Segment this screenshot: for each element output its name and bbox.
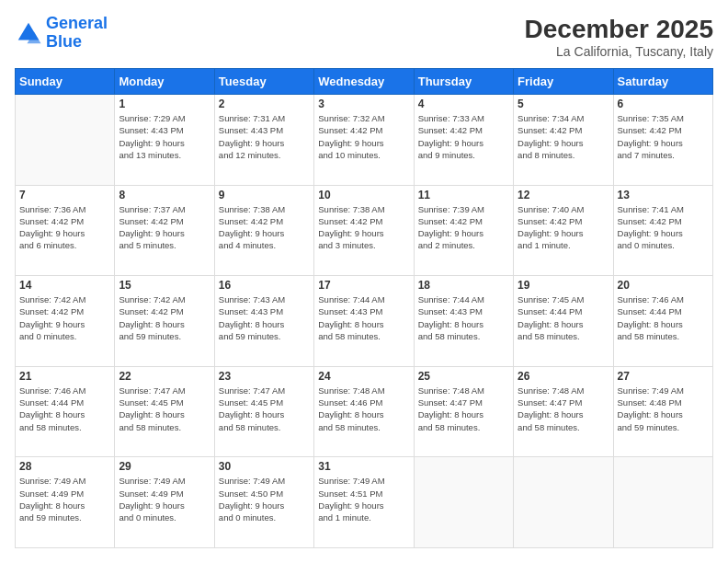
- day-info: Sunrise: 7:49 AMSunset: 4:49 PMDaylight:…: [119, 475, 210, 523]
- day-cell: 7Sunrise: 7:36 AMSunset: 4:42 PMDaylight…: [16, 185, 115, 276]
- day-info: Sunrise: 7:40 AMSunset: 4:42 PMDaylight:…: [518, 203, 609, 252]
- day-info: Sunrise: 7:46 AMSunset: 4:44 PMDaylight:…: [618, 293, 709, 342]
- day-number: 23: [219, 370, 310, 383]
- day-number: 16: [219, 279, 310, 292]
- day-number: 25: [418, 370, 509, 383]
- calendar-body: 1Sunrise: 7:29 AMSunset: 4:43 PMDaylight…: [16, 95, 713, 548]
- weekday-header-saturday: Saturday: [613, 69, 712, 95]
- day-info: Sunrise: 7:31 AMSunset: 4:43 PMDaylight:…: [219, 112, 310, 161]
- day-number: 13: [618, 189, 709, 201]
- day-cell: 3Sunrise: 7:32 AMSunset: 4:42 PMDaylight…: [314, 95, 414, 186]
- day-cell: 29Sunrise: 7:49 AMSunset: 4:49 PMDayligh…: [115, 457, 214, 548]
- weekday-header-monday: Monday: [115, 69, 214, 95]
- day-number: 15: [119, 279, 210, 292]
- day-info: Sunrise: 7:35 AMSunset: 4:42 PMDaylight:…: [618, 112, 709, 161]
- day-cell: 13Sunrise: 7:41 AMSunset: 4:42 PMDayligh…: [613, 185, 712, 276]
- day-cell: 23Sunrise: 7:47 AMSunset: 4:45 PMDayligh…: [214, 366, 313, 457]
- day-cell: 18Sunrise: 7:44 AMSunset: 4:43 PMDayligh…: [414, 276, 513, 367]
- day-cell: 22Sunrise: 7:47 AMSunset: 4:45 PMDayligh…: [115, 366, 214, 457]
- logo: General Blue: [15, 15, 108, 52]
- day-info: Sunrise: 7:32 AMSunset: 4:42 PMDaylight:…: [318, 112, 409, 161]
- day-number: 11: [418, 189, 509, 201]
- day-cell: 28Sunrise: 7:49 AMSunset: 4:49 PMDayligh…: [16, 457, 115, 548]
- day-cell: 6Sunrise: 7:35 AMSunset: 4:42 PMDaylight…: [613, 95, 712, 186]
- calendar: SundayMondayTuesdayWednesdayThursdayFrid…: [15, 68, 713, 548]
- day-number: 26: [518, 370, 609, 383]
- calendar-subtitle: La California, Tuscany, Italy: [525, 44, 713, 59]
- weekday-header-sunday: Sunday: [16, 69, 115, 95]
- day-info: Sunrise: 7:48 AMSunset: 4:47 PMDaylight:…: [518, 385, 609, 433]
- day-info: Sunrise: 7:49 AMSunset: 4:48 PMDaylight:…: [618, 385, 709, 433]
- day-number: 24: [318, 370, 409, 383]
- day-info: Sunrise: 7:43 AMSunset: 4:43 PMDaylight:…: [219, 293, 310, 342]
- week-row-1: 7Sunrise: 7:36 AMSunset: 4:42 PMDaylight…: [16, 185, 713, 276]
- day-cell: [613, 457, 712, 548]
- day-number: 9: [219, 189, 310, 201]
- day-cell: [414, 457, 513, 548]
- day-info: Sunrise: 7:38 AMSunset: 4:42 PMDaylight:…: [318, 203, 409, 252]
- day-number: 3: [318, 98, 409, 110]
- day-number: 2: [219, 98, 310, 110]
- day-cell: 11Sunrise: 7:39 AMSunset: 4:42 PMDayligh…: [414, 185, 513, 276]
- day-number: 1: [119, 98, 210, 110]
- weekday-header-tuesday: Tuesday: [214, 69, 313, 95]
- day-info: Sunrise: 7:44 AMSunset: 4:43 PMDaylight:…: [318, 293, 409, 342]
- day-info: Sunrise: 7:33 AMSunset: 4:42 PMDaylight:…: [418, 112, 509, 161]
- day-info: Sunrise: 7:29 AMSunset: 4:43 PMDaylight:…: [119, 112, 210, 161]
- day-number: 17: [318, 279, 409, 292]
- day-info: Sunrise: 7:49 AMSunset: 4:50 PMDaylight:…: [219, 475, 310, 523]
- day-cell: 9Sunrise: 7:38 AMSunset: 4:42 PMDaylight…: [214, 185, 313, 276]
- day-cell: 26Sunrise: 7:48 AMSunset: 4:47 PMDayligh…: [514, 366, 613, 457]
- day-number: 19: [518, 279, 609, 292]
- calendar-title: December 2025: [525, 15, 713, 44]
- day-number: 31: [318, 460, 409, 473]
- day-info: Sunrise: 7:39 AMSunset: 4:42 PMDaylight:…: [418, 203, 509, 252]
- day-cell: 8Sunrise: 7:37 AMSunset: 4:42 PMDaylight…: [115, 185, 214, 276]
- day-info: Sunrise: 7:44 AMSunset: 4:43 PMDaylight:…: [418, 293, 509, 342]
- day-number: 10: [318, 189, 409, 201]
- day-cell: 1Sunrise: 7:29 AMSunset: 4:43 PMDaylight…: [115, 95, 214, 186]
- day-info: Sunrise: 7:34 AMSunset: 4:42 PMDaylight:…: [518, 112, 609, 161]
- day-cell: 17Sunrise: 7:44 AMSunset: 4:43 PMDayligh…: [314, 276, 414, 367]
- day-info: Sunrise: 7:49 AMSunset: 4:51 PMDaylight:…: [318, 475, 409, 523]
- logo-icon: [15, 19, 42, 47]
- day-cell: 16Sunrise: 7:43 AMSunset: 4:43 PMDayligh…: [214, 276, 313, 367]
- day-number: 14: [19, 279, 110, 292]
- day-number: 4: [418, 98, 509, 110]
- day-cell: 31Sunrise: 7:49 AMSunset: 4:51 PMDayligh…: [314, 457, 414, 548]
- day-number: 30: [219, 460, 310, 473]
- weekday-header-friday: Friday: [514, 69, 613, 95]
- title-section: December 2025 La California, Tuscany, It…: [525, 15, 713, 59]
- day-info: Sunrise: 7:48 AMSunset: 4:47 PMDaylight:…: [418, 385, 509, 433]
- header: General Blue December 2025 La California…: [15, 15, 713, 59]
- day-number: 8: [119, 189, 210, 201]
- weekday-header-row: SundayMondayTuesdayWednesdayThursdayFrid…: [16, 69, 713, 95]
- day-info: Sunrise: 7:38 AMSunset: 4:42 PMDaylight:…: [219, 203, 310, 252]
- day-cell: 25Sunrise: 7:48 AMSunset: 4:47 PMDayligh…: [414, 366, 513, 457]
- day-number: 12: [518, 189, 609, 201]
- logo-text: General Blue: [46, 15, 108, 52]
- day-cell: 2Sunrise: 7:31 AMSunset: 4:43 PMDaylight…: [214, 95, 313, 186]
- day-info: Sunrise: 7:37 AMSunset: 4:42 PMDaylight:…: [119, 203, 210, 252]
- week-row-2: 14Sunrise: 7:42 AMSunset: 4:42 PMDayligh…: [16, 276, 713, 367]
- day-cell: 24Sunrise: 7:48 AMSunset: 4:46 PMDayligh…: [314, 366, 414, 457]
- weekday-header-thursday: Thursday: [414, 69, 513, 95]
- day-cell: 20Sunrise: 7:46 AMSunset: 4:44 PMDayligh…: [613, 276, 712, 367]
- day-cell: 14Sunrise: 7:42 AMSunset: 4:42 PMDayligh…: [16, 276, 115, 367]
- day-info: Sunrise: 7:45 AMSunset: 4:44 PMDaylight:…: [518, 293, 609, 342]
- day-number: 22: [119, 370, 210, 383]
- day-number: 20: [618, 279, 709, 292]
- day-number: 18: [418, 279, 509, 292]
- day-number: 28: [19, 460, 110, 473]
- week-row-0: 1Sunrise: 7:29 AMSunset: 4:43 PMDaylight…: [16, 95, 713, 186]
- day-number: 5: [518, 98, 609, 110]
- day-cell: 12Sunrise: 7:40 AMSunset: 4:42 PMDayligh…: [514, 185, 613, 276]
- day-info: Sunrise: 7:41 AMSunset: 4:42 PMDaylight:…: [618, 203, 709, 252]
- week-row-4: 28Sunrise: 7:49 AMSunset: 4:49 PMDayligh…: [16, 457, 713, 548]
- day-number: 27: [618, 370, 709, 383]
- day-info: Sunrise: 7:47 AMSunset: 4:45 PMDaylight:…: [219, 385, 310, 433]
- day-cell: 21Sunrise: 7:46 AMSunset: 4:44 PMDayligh…: [16, 366, 115, 457]
- logo-line2: Blue: [46, 32, 82, 51]
- day-cell: 30Sunrise: 7:49 AMSunset: 4:50 PMDayligh…: [214, 457, 313, 548]
- day-number: 7: [19, 189, 110, 201]
